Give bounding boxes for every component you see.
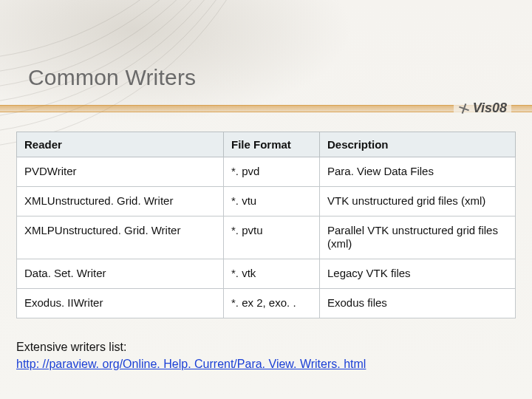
table-row: Exodus. IIWriter *. ex 2, exo. . Exodus … [17, 288, 516, 318]
table-row: XMLUnstructured. Grid. Writer *. vtu VTK… [17, 186, 516, 216]
page-title: Common Writers [28, 65, 196, 90]
logo: Vis08 [454, 99, 511, 117]
slide: Common Writers Vis08 Reader File Format … [0, 0, 532, 399]
cell-reader: XMLPUnstructured. Grid. Writer [17, 216, 224, 259]
col-header-format: File Format [224, 132, 320, 157]
logo-text: Vis08 [473, 100, 507, 116]
cell-desc: VTK unstructured grid files (xml) [320, 186, 516, 216]
footnote-link[interactable]: http: //paraview. org/Online. Help. Curr… [16, 358, 366, 370]
cell-format: *. vtu [224, 186, 320, 216]
divider-band [0, 105, 532, 115]
col-header-desc: Description [320, 132, 516, 157]
table-header-row: Reader File Format Description [17, 132, 516, 157]
logo-spark-icon [458, 103, 470, 115]
cell-reader: PVDWriter [17, 157, 224, 187]
cell-desc: Parallel VTK unstructured grid files (xm… [320, 216, 516, 259]
cell-reader: Exodus. IIWriter [17, 288, 224, 318]
cell-format: *. vtk [224, 259, 320, 289]
footnote: Extensive writers list: http: //paraview… [16, 338, 366, 372]
cell-desc: Legacy VTK files [320, 259, 516, 289]
cell-reader: Data. Set. Writer [17, 259, 224, 289]
content-area: Reader File Format Description PVDWriter… [16, 132, 516, 318]
cell-desc: Para. View Data Files [320, 157, 516, 187]
cell-desc: Exodus files [320, 288, 516, 318]
cell-format: *. pvtu [224, 216, 320, 259]
table-row: Data. Set. Writer *. vtk Legacy VTK file… [17, 259, 516, 289]
footnote-label: Extensive writers list: [16, 341, 126, 353]
col-header-reader: Reader [17, 132, 224, 157]
writers-table: Reader File Format Description PVDWriter… [16, 132, 516, 318]
table-row: PVDWriter *. pvd Para. View Data Files [17, 157, 516, 187]
cell-reader: XMLUnstructured. Grid. Writer [17, 186, 224, 216]
cell-format: *. pvd [224, 157, 320, 187]
table-row: XMLPUnstructured. Grid. Writer *. pvtu P… [17, 216, 516, 259]
cell-format: *. ex 2, exo. . [224, 288, 320, 318]
